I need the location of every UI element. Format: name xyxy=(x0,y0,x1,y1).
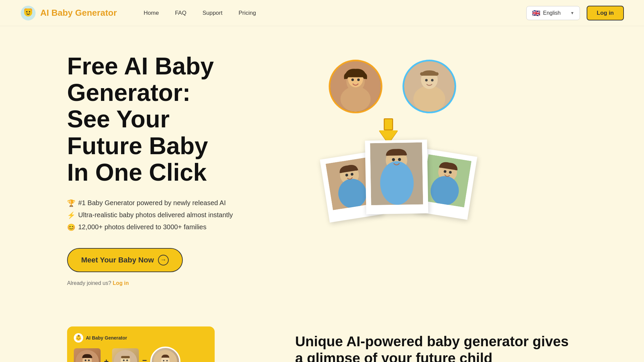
mom-avatar xyxy=(330,61,381,112)
app-baby-svg xyxy=(154,350,177,362)
logo-icon xyxy=(20,5,36,21)
section2-illustration: 👶 AI Baby Generator + xyxy=(67,326,262,362)
language-selector[interactable]: 🇬🇧 English ▼ xyxy=(526,6,580,20)
feature-text: 12,000+ photos delivered to 3000+ famili… xyxy=(78,223,207,231)
app-mockup: 👶 AI Baby Generator + xyxy=(67,326,215,362)
nav-support[interactable]: Support xyxy=(203,10,223,16)
nav-right: 🇬🇧 English ▼ Log in xyxy=(526,6,624,20)
nav-pricing[interactable]: Pricing xyxy=(238,10,256,16)
svg-point-8 xyxy=(352,78,354,81)
feature-item: ⚡ Ultra-realistic baby photos delivered … xyxy=(67,211,309,219)
svg-point-14 xyxy=(431,79,434,82)
language-label: English xyxy=(543,10,568,16)
joined-label: Already joined us? xyxy=(67,280,111,286)
brand-name: AI Baby Generator xyxy=(40,8,117,18)
app-header: 👶 AI Baby Generator xyxy=(74,333,208,343)
hero-illustration xyxy=(309,53,577,227)
hero-section: Free AI BabyGenerator:See YourFuture Bab… xyxy=(0,26,644,306)
app-dad-face xyxy=(112,348,139,362)
hero-content: Free AI BabyGenerator:See YourFuture Bab… xyxy=(67,53,309,286)
mom-circle xyxy=(329,60,382,113)
dad-circle xyxy=(402,60,456,113)
baby-image-3 xyxy=(421,154,471,207)
svg-point-11 xyxy=(414,86,445,112)
svg-point-2 xyxy=(26,11,28,12)
feature-text: #1 Baby Generator powered by newly relea… xyxy=(78,199,226,207)
hero-title: Free AI BabyGenerator:See YourFuture Bab… xyxy=(67,53,309,186)
svg-point-34 xyxy=(88,359,90,361)
lightning-icon: ⚡ xyxy=(67,211,75,219)
trophy-icon: 🏆 xyxy=(67,199,75,207)
login-button[interactable]: Log in xyxy=(587,6,624,20)
svg-point-6 xyxy=(340,86,371,112)
chevron-down-icon: ▼ xyxy=(570,11,574,15)
navbar: AI Baby Generator Home FAQ Support Prici… xyxy=(0,0,644,26)
baby-photos-container xyxy=(312,140,481,214)
cta-button[interactable]: Meet Your Baby Now → xyxy=(67,248,183,272)
flag-icon: 🇬🇧 xyxy=(532,9,540,17)
baby-image-2 xyxy=(370,142,423,205)
svg-point-1 xyxy=(24,8,32,16)
svg-point-9 xyxy=(357,78,360,81)
section2: 👶 AI Baby Generator + xyxy=(0,306,644,362)
dad-avatar xyxy=(404,61,454,112)
nav-links: Home FAQ Support Pricing xyxy=(144,10,256,16)
feature-item: 🏆 #1 Baby Generator powered by newly rel… xyxy=(67,199,309,207)
app-mom-svg xyxy=(75,350,99,362)
plus-icon: + xyxy=(104,357,109,362)
nav-home[interactable]: Home xyxy=(144,10,159,16)
svg-point-33 xyxy=(85,359,87,361)
nav-faq[interactable]: FAQ xyxy=(175,10,186,16)
section2-title: Unique AI-powered baby generator gives a… xyxy=(295,333,577,362)
arrow-circle-icon: → xyxy=(158,255,169,265)
login-link[interactable]: Log in xyxy=(113,280,129,286)
baby-photo-2 xyxy=(365,139,428,214)
arrow-shaft xyxy=(384,118,393,130)
already-joined-text: Already joined us? Log in xyxy=(67,280,309,286)
feature-text: Ultra-realistic baby photos delivered al… xyxy=(78,211,233,219)
svg-rect-39 xyxy=(121,356,130,358)
app-mom-face xyxy=(74,348,101,362)
svg-rect-15 xyxy=(420,72,439,76)
app-faces-row: + = xyxy=(74,347,208,362)
smiley-icon: 😊 xyxy=(67,223,75,231)
svg-point-13 xyxy=(425,79,428,82)
app-name: AI Baby Generator xyxy=(86,335,127,341)
svg-point-37 xyxy=(123,359,125,361)
cta-label: Meet Your Baby Now xyxy=(81,256,154,264)
feature-item: 😊 12,000+ photos delivered to 3000+ fami… xyxy=(67,223,309,231)
hero-features-list: 🏆 #1 Baby Generator powered by newly rel… xyxy=(67,199,309,231)
section2-text: Unique AI-powered baby generator gives a… xyxy=(295,326,577,362)
equals-icon: = xyxy=(142,357,147,362)
svg-point-38 xyxy=(126,359,128,361)
svg-point-43 xyxy=(166,360,168,361)
app-logo-icon: 👶 xyxy=(74,333,83,343)
logo-link[interactable]: AI Baby Generator xyxy=(20,5,117,21)
app-baby-result xyxy=(150,347,180,362)
svg-point-42 xyxy=(163,360,164,361)
app-dad-svg xyxy=(114,350,137,362)
svg-point-3 xyxy=(29,11,30,12)
